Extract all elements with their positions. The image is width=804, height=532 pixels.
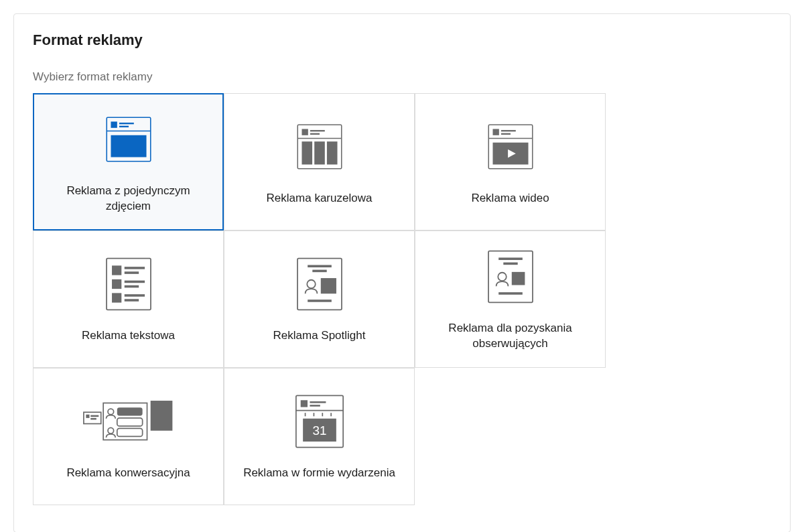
carousel-ad-icon bbox=[293, 117, 346, 176]
svg-rect-46 bbox=[90, 418, 96, 420]
svg-rect-26 bbox=[124, 281, 144, 283]
card-carousel[interactable]: Reklama karuzelowa bbox=[224, 93, 415, 230]
svg-point-34 bbox=[307, 280, 315, 288]
card-conversation[interactable]: Reklama konwersacyjna bbox=[33, 368, 224, 505]
card-label: Reklama z pojedynczym zdjęciem bbox=[45, 184, 212, 214]
follower-ad-icon bbox=[486, 247, 535, 306]
svg-rect-15 bbox=[492, 129, 498, 135]
card-label: Reklama wideo bbox=[471, 191, 549, 206]
svg-rect-8 bbox=[310, 130, 324, 131]
format-grid: Reklama z pojedynczym zdjęciem Reklama k… bbox=[33, 93, 771, 505]
single-image-ad-icon bbox=[103, 110, 155, 169]
svg-rect-57 bbox=[310, 405, 320, 407]
svg-rect-13 bbox=[326, 141, 337, 164]
card-label: Reklama w formie wydarzenia bbox=[243, 466, 395, 481]
svg-rect-7 bbox=[302, 129, 308, 135]
svg-rect-29 bbox=[124, 294, 144, 297]
event-ad-icon: 31 bbox=[293, 392, 346, 451]
card-label: Reklama Spotlight bbox=[273, 328, 366, 344]
svg-rect-17 bbox=[500, 133, 510, 135]
svg-rect-3 bbox=[119, 125, 128, 127]
svg-rect-33 bbox=[312, 270, 326, 273]
panel-title: Format reklamy bbox=[33, 31, 771, 49]
card-label: Reklama dla pozyskania obserwujących bbox=[427, 321, 594, 352]
svg-rect-49 bbox=[117, 407, 142, 415]
svg-rect-38 bbox=[498, 257, 523, 260]
svg-rect-23 bbox=[124, 267, 144, 269]
svg-rect-27 bbox=[124, 285, 138, 288]
card-single-image[interactable]: Reklama z pojedynczym zdjęciem bbox=[33, 93, 224, 230]
card-video[interactable]: Reklama wideo bbox=[415, 93, 606, 230]
ad-format-panel: Format reklamy Wybierz format reklamy Re… bbox=[13, 13, 791, 532]
svg-rect-25 bbox=[112, 279, 121, 289]
text-ad-icon bbox=[105, 255, 153, 314]
svg-rect-12 bbox=[314, 141, 325, 164]
video-ad-icon bbox=[484, 117, 537, 176]
card-spotlight[interactable]: Reklama Spotlight bbox=[224, 230, 415, 368]
svg-text:31: 31 bbox=[312, 423, 326, 438]
svg-rect-2 bbox=[119, 123, 133, 124]
svg-rect-16 bbox=[500, 130, 515, 131]
svg-rect-32 bbox=[308, 265, 332, 268]
svg-rect-55 bbox=[300, 400, 307, 407]
svg-rect-30 bbox=[124, 299, 138, 302]
svg-rect-41 bbox=[511, 271, 525, 285]
panel-subtitle: Wybierz format reklamy bbox=[33, 70, 771, 84]
svg-rect-24 bbox=[124, 271, 138, 274]
svg-rect-53 bbox=[150, 401, 172, 431]
svg-rect-45 bbox=[90, 415, 98, 417]
svg-rect-22 bbox=[112, 265, 121, 275]
card-text[interactable]: Reklama tekstowa bbox=[33, 230, 224, 368]
card-event[interactable]: 31 Reklama w formie wydarzenia bbox=[224, 368, 415, 505]
svg-rect-42 bbox=[498, 292, 523, 295]
svg-point-40 bbox=[498, 272, 506, 280]
conversation-ad-icon bbox=[82, 392, 176, 451]
card-label: Reklama karuzelowa bbox=[267, 191, 373, 206]
spotlight-ad-icon bbox=[295, 255, 344, 314]
svg-rect-56 bbox=[310, 401, 326, 403]
svg-rect-11 bbox=[302, 141, 312, 164]
svg-rect-5 bbox=[111, 135, 146, 157]
svg-rect-35 bbox=[320, 278, 336, 293]
card-label: Reklama konwersacyjna bbox=[66, 466, 190, 481]
card-label: Reklama tekstowa bbox=[82, 328, 175, 344]
svg-rect-39 bbox=[503, 262, 517, 265]
svg-rect-36 bbox=[308, 300, 332, 302]
svg-rect-1 bbox=[111, 121, 117, 127]
card-follower[interactable]: Reklama dla pozyskania obserwujących bbox=[415, 230, 606, 368]
svg-rect-28 bbox=[112, 293, 121, 302]
svg-rect-9 bbox=[310, 133, 319, 135]
svg-rect-44 bbox=[86, 415, 89, 418]
